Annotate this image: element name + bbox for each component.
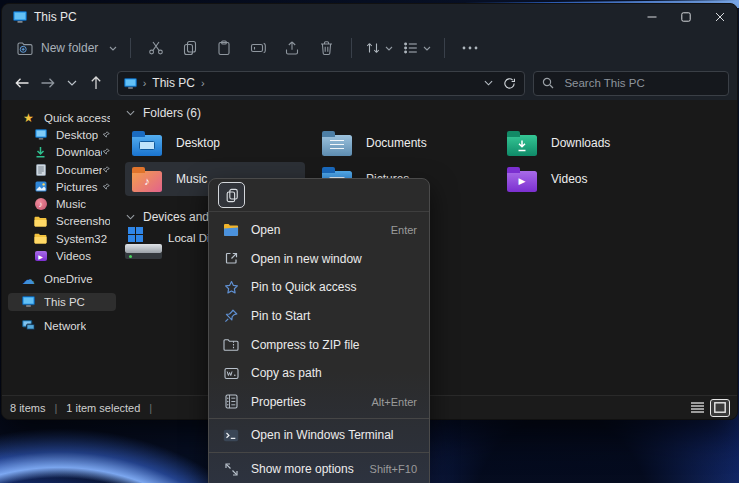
search-input[interactable]	[562, 76, 702, 90]
command-toolbar: New folder	[2, 30, 737, 66]
tile-label: Videos	[551, 172, 587, 186]
menu-item-copy-as-path[interactable]: Copy as path	[209, 359, 429, 388]
toolbar-separator	[444, 38, 445, 58]
collapse-chevron-icon	[126, 110, 135, 116]
pin-icon	[223, 309, 239, 323]
zip-folder-icon	[223, 338, 239, 352]
tile-label: Music	[176, 172, 207, 186]
sidebar-item-onedrive[interactable]: ☁ OneDrive	[8, 271, 116, 288]
menu-item-open-windows-terminal[interactable]: Open in Windows Terminal	[209, 421, 429, 450]
menu-item-open-new-window[interactable]: Open in new window	[209, 245, 429, 274]
section-title: Folders (6)	[143, 106, 201, 120]
large-icons-view-button[interactable]	[711, 400, 729, 416]
copy-icon	[225, 188, 239, 203]
properties-icon	[223, 394, 239, 409]
music-icon: ♪	[33, 198, 48, 210]
up-button[interactable]	[84, 70, 109, 96]
details-view-button[interactable]	[688, 400, 706, 416]
view-button[interactable]	[398, 34, 436, 62]
this-pc-icon	[21, 296, 36, 307]
menu-item-compress-zip[interactable]: Compress to ZIP file	[209, 330, 429, 359]
desktop-screen: This PC New folder	[0, 0, 739, 483]
close-button[interactable]	[703, 4, 737, 30]
tile-downloads[interactable]: Downloads	[500, 126, 680, 160]
menu-item-pin-quick-access[interactable]: Pin to Quick access	[209, 273, 429, 302]
tile-videos[interactable]: ▶ Videos	[500, 162, 680, 196]
forward-button[interactable]	[35, 70, 60, 96]
folders-section-header[interactable]: Folders (6)	[126, 106, 201, 120]
context-menu: Open Enter Open in new window Pin to Qui…	[208, 178, 430, 483]
title-bar: This PC	[2, 4, 737, 30]
quick-copy-button[interactable]	[218, 182, 245, 208]
shortcut-label: Enter	[391, 224, 417, 236]
breadcrumb-this-pc[interactable]: This PC	[152, 76, 195, 90]
back-button[interactable]	[10, 70, 35, 96]
rename-button[interactable]	[243, 34, 273, 62]
menu-item-pin-to-start[interactable]: Pin to Start	[209, 302, 429, 331]
open-new-window-icon	[223, 251, 239, 266]
sidebar-item-label: Desktop	[56, 129, 98, 141]
window-title: This PC	[34, 10, 77, 24]
sidebar-item-quick-access[interactable]: ★ Quick access	[8, 109, 116, 126]
copy-as-path-icon	[223, 367, 239, 380]
sidebar-item-label: Documents	[56, 164, 102, 176]
tile-documents[interactable]: Documents	[315, 126, 495, 160]
more-options-button[interactable]	[455, 34, 485, 62]
address-bar[interactable]: › This PC ›	[117, 71, 526, 96]
sidebar-item-desktop[interactable]: Desktop	[8, 126, 116, 143]
desktop-folder-icon	[132, 130, 162, 156]
folder-icon	[33, 216, 48, 227]
navigation-bar: › This PC ›	[2, 66, 737, 100]
video-icon: ▶	[33, 251, 48, 261]
cut-button[interactable]	[141, 34, 171, 62]
sidebar-item-downloads[interactable]: Downloads	[8, 144, 116, 161]
toolbar-separator	[351, 38, 352, 58]
sidebar-item-label: Pictures	[56, 181, 98, 193]
maximize-button[interactable]	[669, 4, 703, 30]
sidebar-item-screenshots[interactable]: Screenshots	[8, 213, 116, 230]
recent-locations-button[interactable]	[59, 70, 84, 96]
sidebar-item-music[interactable]: ♪ Music	[8, 195, 116, 212]
sidebar-item-pictures[interactable]: Pictures	[8, 178, 116, 195]
sidebar-item-system32[interactable]: System32	[8, 230, 116, 247]
pin-icon	[102, 131, 110, 139]
shortcut-label: Shift+F10	[370, 463, 417, 475]
status-separator: |	[149, 402, 152, 414]
navigation-pane: ★ Quick access Desktop Downloads Documen…	[2, 100, 122, 395]
breadcrumb-separator: ›	[201, 77, 205, 89]
local-disk-icon	[125, 227, 165, 273]
tile-label: Downloads	[551, 136, 610, 150]
sidebar-item-network[interactable]: Network	[8, 317, 116, 334]
tile-desktop[interactable]: Desktop	[125, 126, 305, 160]
sidebar-item-documents[interactable]: Documents	[8, 161, 116, 178]
menu-item-show-more-options[interactable]: Show more options Shift+F10	[209, 455, 429, 483]
address-dropdown-icon[interactable]	[484, 80, 493, 86]
menu-item-properties[interactable]: Properties Alt+Enter	[209, 388, 429, 417]
delete-button[interactable]	[311, 34, 341, 62]
star-icon: ★	[21, 112, 36, 124]
pin-icon	[102, 166, 110, 174]
sidebar-item-label: OneDrive	[44, 273, 93, 285]
sidebar-item-label: Quick access	[44, 112, 110, 124]
sidebar-item-label: Network	[44, 320, 86, 332]
new-folder-button[interactable]: New folder	[12, 34, 122, 62]
sidebar-item-this-pc[interactable]: This PC	[8, 293, 116, 311]
sidebar-item-videos[interactable]: ▶ Videos	[8, 247, 116, 264]
picture-icon	[33, 181, 48, 192]
context-menu-items: Open Enter Open in new window Pin to Qui…	[209, 212, 429, 483]
sort-button[interactable]	[360, 34, 398, 62]
refresh-icon[interactable]	[503, 77, 516, 90]
window-controls	[635, 4, 737, 30]
copy-button[interactable]	[175, 34, 205, 62]
documents-folder-icon	[322, 130, 352, 156]
search-box[interactable]	[533, 71, 729, 96]
new-folder-label: New folder	[41, 41, 98, 55]
menu-item-open[interactable]: Open Enter	[209, 216, 429, 245]
minimize-button[interactable]	[635, 4, 669, 30]
this-pc-icon	[124, 78, 137, 89]
paste-button[interactable]	[209, 34, 239, 62]
breadcrumb-separator: ›	[143, 77, 147, 89]
share-button[interactable]	[277, 34, 307, 62]
downloads-folder-icon	[507, 130, 537, 156]
onedrive-cloud-icon: ☁	[21, 273, 36, 286]
